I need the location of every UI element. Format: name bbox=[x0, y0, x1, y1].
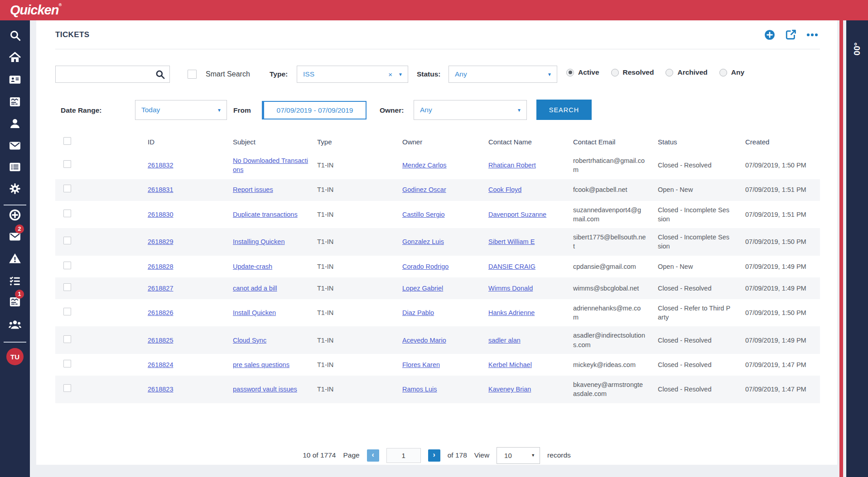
contact-name-link[interactable]: sadler alan bbox=[488, 337, 521, 344]
owner-select[interactable]: Any ▼ bbox=[414, 100, 527, 120]
contact-card-icon[interactable] bbox=[0, 73, 30, 86]
ticket-id-link[interactable]: 2618828 bbox=[148, 263, 173, 270]
row-checkbox[interactable] bbox=[63, 360, 71, 367]
home-icon[interactable] bbox=[0, 51, 30, 64]
contact-name-link[interactable]: Rhatican Robert bbox=[488, 162, 536, 169]
status-radio-group: Active Resolved Archived Any bbox=[566, 68, 744, 76]
contact-name-link[interactable]: Kaveney Brian bbox=[488, 386, 531, 393]
select-all-checkbox[interactable] bbox=[63, 137, 71, 145]
ticket-id-link[interactable]: 2618832 bbox=[148, 162, 173, 169]
ticket-subject-link[interactable]: password vault issues bbox=[233, 386, 297, 393]
col-header-type: Type bbox=[317, 133, 402, 152]
teams-icon[interactable] bbox=[0, 318, 30, 331]
row-checkbox[interactable] bbox=[63, 262, 71, 269]
ticket-id-link[interactable]: 2618823 bbox=[148, 386, 173, 393]
date-range-input[interactable]: 07/09/2019 - 07/09/2019 bbox=[262, 101, 366, 119]
ticket-id-link[interactable]: 2618830 bbox=[148, 211, 173, 218]
ticket-note-icon[interactable] bbox=[0, 95, 30, 108]
radio-dot[interactable] bbox=[611, 69, 619, 76]
more-options-icon[interactable] bbox=[806, 29, 818, 41]
task-checklist-icon[interactable] bbox=[0, 275, 30, 287]
ticket-subject-link[interactable]: No Downloaded Transactions bbox=[233, 157, 308, 173]
ticket-id-link[interactable]: 2618826 bbox=[148, 309, 173, 316]
ticket-owner-link[interactable]: Godinez Oscar bbox=[402, 186, 446, 193]
collapsed-side-panel[interactable]: 00° bbox=[846, 20, 868, 477]
radio-any[interactable]: Any bbox=[719, 68, 744, 76]
radio-resolved[interactable]: Resolved bbox=[611, 68, 654, 76]
prev-page-button[interactable]: ‹ bbox=[367, 449, 379, 462]
contact-email: sibert1775@bellsouth.net bbox=[573, 228, 658, 256]
ticket-id-link[interactable]: 2618827 bbox=[148, 285, 173, 292]
ticket-id-link[interactable]: 2618831 bbox=[148, 186, 173, 193]
ticket-owner-link[interactable]: Castillo Sergio bbox=[402, 211, 445, 218]
person-icon[interactable] bbox=[0, 117, 30, 130]
radio-dot[interactable] bbox=[719, 69, 727, 76]
ticket-row: 2618827 canot add a bill T1-IN Lopez Gab… bbox=[55, 277, 820, 299]
ticket-id-link[interactable]: 2618824 bbox=[148, 361, 173, 368]
ticket-row: 2618824 pre sales questions T1-IN Flores… bbox=[55, 354, 820, 376]
tickets-table: ID Subject Type Owner Contact Name Conta… bbox=[55, 133, 820, 403]
clear-type-icon[interactable]: × bbox=[388, 71, 392, 78]
gear-icon[interactable] bbox=[0, 182, 30, 195]
ticket-subject-link[interactable]: Install Quicken bbox=[233, 309, 276, 316]
ticket-owner-link[interactable]: Acevedo Mario bbox=[402, 337, 446, 344]
search-icon[interactable] bbox=[0, 29, 30, 42]
status-select[interactable]: Any ▼ bbox=[448, 66, 557, 83]
row-checkbox[interactable] bbox=[63, 185, 71, 192]
ticket-subject-link[interactable]: canot add a bill bbox=[233, 285, 277, 292]
page-number-input[interactable] bbox=[386, 448, 421, 463]
ticket-subject-link[interactable]: Duplicate transactions bbox=[233, 211, 298, 218]
list-icon[interactable] bbox=[0, 161, 30, 173]
ticket-owner-link[interactable]: Ramos Luis bbox=[402, 386, 437, 393]
inbox-mail-icon[interactable]: 2 bbox=[0, 230, 30, 243]
row-checkbox[interactable] bbox=[63, 160, 71, 168]
notes-clipboard-icon[interactable]: 1 bbox=[0, 296, 30, 308]
contact-name-link[interactable]: Hanks Adrienne bbox=[488, 309, 535, 316]
row-checkbox[interactable] bbox=[63, 237, 71, 244]
date-range-select[interactable]: Today ▼ bbox=[135, 100, 227, 120]
search-submit-icon[interactable] bbox=[155, 69, 165, 81]
radio-archived[interactable]: Archived bbox=[665, 68, 707, 76]
ticket-owner-link[interactable]: Diaz Pablo bbox=[402, 309, 434, 316]
ticket-subject-link[interactable]: pre sales questions bbox=[233, 361, 289, 368]
contact-name-link[interactable]: Davenport Suzanne bbox=[488, 211, 546, 218]
ticket-status: Closed - Resolved bbox=[658, 354, 745, 376]
user-avatar[interactable]: TU bbox=[6, 348, 24, 365]
ticket-subject-link[interactable]: Installing Quicken bbox=[233, 238, 285, 245]
type-select[interactable]: ISS × ▼ bbox=[297, 66, 408, 83]
add-ticket-icon[interactable] bbox=[763, 29, 776, 41]
row-checkbox[interactable] bbox=[63, 335, 71, 343]
contact-name-link[interactable]: Wimms Donald bbox=[488, 285, 533, 292]
ticket-subject-link[interactable]: Report issues bbox=[233, 186, 273, 193]
smart-search-checkbox[interactable] bbox=[188, 70, 197, 79]
ticket-owner-link[interactable]: Corado Rodrigo bbox=[402, 263, 448, 270]
alert-triangle-icon[interactable] bbox=[0, 252, 30, 265]
ticket-owner-link[interactable]: Flores Karen bbox=[402, 361, 440, 368]
ticket-subject-link[interactable]: Cloud Sync bbox=[233, 337, 266, 344]
ticket-owner-link[interactable]: Lopez Gabriel bbox=[402, 285, 443, 292]
row-checkbox[interactable] bbox=[63, 308, 71, 315]
contact-name-link[interactable]: DANSIE CRAIG bbox=[488, 263, 535, 270]
ticket-search-input[interactable] bbox=[60, 66, 151, 82]
smart-search-label: Smart Search bbox=[206, 70, 250, 78]
contact-name-link[interactable]: Kerbel Michael bbox=[488, 361, 532, 368]
ticket-subject-link[interactable]: Update-crash bbox=[233, 263, 272, 270]
page-size-select[interactable]: 10 ▼ bbox=[497, 447, 540, 464]
ticket-owner-link[interactable]: Mendez Carlos bbox=[402, 162, 447, 169]
radio-active[interactable]: Active bbox=[566, 68, 599, 76]
contact-name-link[interactable]: Cook Floyd bbox=[488, 186, 521, 193]
next-page-button[interactable]: › bbox=[428, 449, 440, 462]
ticket-id-link[interactable]: 2618829 bbox=[148, 238, 173, 245]
row-checkbox[interactable] bbox=[63, 283, 71, 291]
radio-dot[interactable] bbox=[566, 69, 574, 76]
add-circle-icon[interactable] bbox=[0, 209, 30, 221]
ticket-owner-link[interactable]: Gonzalez Luis bbox=[402, 238, 444, 245]
radio-dot[interactable] bbox=[665, 69, 673, 76]
row-checkbox[interactable] bbox=[63, 210, 71, 217]
row-checkbox[interactable] bbox=[63, 384, 71, 392]
contact-name-link[interactable]: Sibert William E bbox=[488, 238, 535, 245]
search-button[interactable]: SEARCH bbox=[536, 100, 592, 120]
mail-icon[interactable] bbox=[0, 139, 30, 152]
ticket-id-link[interactable]: 2618825 bbox=[148, 337, 173, 344]
share-export-icon[interactable] bbox=[785, 29, 797, 41]
